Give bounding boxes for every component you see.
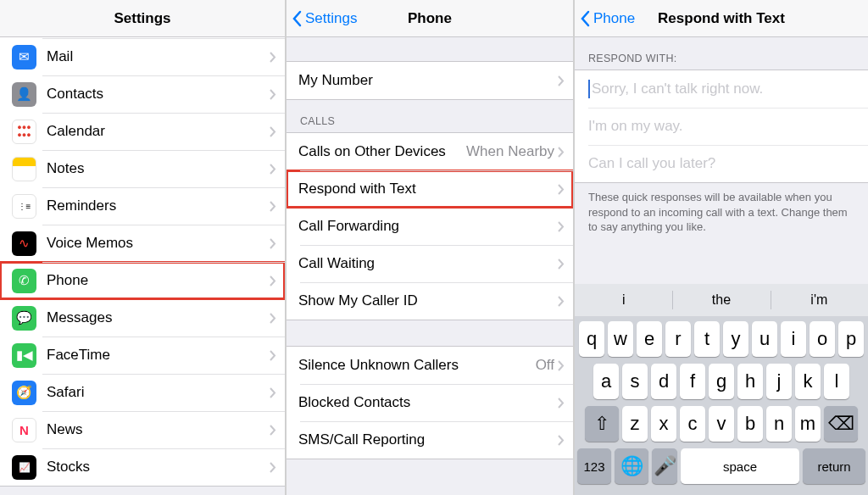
- calls-header: CALLS: [287, 100, 573, 132]
- keyboard: i the i'm q w e r t y u i o p a s d f: [575, 284, 868, 495]
- settings-row-passwords[interactable]: [0, 19, 285, 38]
- key-e[interactable]: e: [637, 321, 662, 357]
- calendar-icon: ●●●●●●: [12, 120, 36, 144]
- key-row-1: q w e r t y u i o p: [577, 321, 865, 357]
- row-calls-other-devices[interactable]: Calls on Other Devices When Nearby: [287, 133, 573, 170]
- response-input-3[interactable]: [588, 155, 854, 172]
- key-w[interactable]: w: [608, 321, 633, 357]
- chevron-right-icon: [270, 275, 276, 286]
- key-s[interactable]: s: [622, 364, 648, 399]
- row-silence-unknown[interactable]: Silence Unknown Callers Off: [287, 347, 573, 384]
- key-u[interactable]: u: [752, 321, 777, 357]
- suggestion-2[interactable]: the: [672, 284, 770, 316]
- settings-row-messages[interactable]: 💬 Messages: [0, 299, 285, 336]
- row-label: Show My Caller ID: [298, 292, 558, 309]
- key-l[interactable]: l: [824, 364, 849, 399]
- chevron-right-icon: [270, 387, 276, 398]
- key-mic[interactable]: 🎤: [652, 448, 677, 484]
- row-call-waiting[interactable]: Call Waiting: [287, 245, 573, 282]
- key-c[interactable]: c: [680, 406, 705, 442]
- respond-title: Respond with Text: [658, 10, 785, 27]
- settings-row-mail[interactable]: ✉︎ Mail: [0, 38, 285, 75]
- row-call-forwarding[interactable]: Call Forwarding: [287, 208, 573, 245]
- key-j[interactable]: j: [766, 364, 792, 399]
- response-input-2[interactable]: [588, 118, 854, 135]
- row-label: Silence Unknown Callers: [298, 357, 536, 374]
- chevron-right-icon: [558, 221, 565, 232]
- chevron-right-icon: [270, 164, 276, 175]
- settings-label: Notes: [47, 160, 270, 177]
- settings-row-safari[interactable]: 🧭 Safari: [0, 374, 285, 411]
- key-z[interactable]: z: [622, 406, 648, 442]
- settings-row-contacts[interactable]: 👤 Contacts: [0, 75, 285, 113]
- chevron-right-icon: [270, 350, 276, 361]
- settings-row-voice-memos[interactable]: ∿ Voice Memos: [0, 225, 285, 262]
- settings-row-calendar[interactable]: ●●●●●● Calendar: [0, 113, 285, 150]
- settings-row-reminders[interactable]: ⋮≡ Reminders: [0, 187, 285, 225]
- chevron-right-icon: [558, 435, 565, 446]
- row-my-number[interactable]: My Number: [287, 62, 573, 99]
- key-k[interactable]: k: [795, 364, 821, 399]
- response-input-1[interactable]: [592, 81, 854, 97]
- key-x[interactable]: x: [651, 406, 676, 442]
- key-g[interactable]: g: [709, 364, 734, 399]
- key-b[interactable]: b: [737, 406, 763, 442]
- suggestion-3[interactable]: i'm: [771, 284, 868, 316]
- chevron-right-icon: [270, 201, 276, 212]
- mic-icon: 🎤: [654, 455, 676, 477]
- response-field-1[interactable]: [575, 70, 868, 108]
- row-sms-call-reporting[interactable]: SMS/Call Reporting: [287, 421, 573, 459]
- back-to-settings-button[interactable]: Settings: [292, 10, 357, 27]
- key-t[interactable]: t: [694, 321, 720, 357]
- response-field-3[interactable]: [575, 145, 868, 182]
- key-backspace[interactable]: ⌫: [824, 406, 858, 442]
- phone-group-calls: Calls on Other Devices When Nearby Respo…: [287, 132, 573, 320]
- key-n[interactable]: n: [766, 406, 792, 442]
- key-h[interactable]: h: [737, 364, 763, 399]
- key-i[interactable]: i: [781, 321, 806, 357]
- row-label: Respond with Text: [298, 181, 558, 197]
- settings-row-facetime[interactable]: ▮◀ FaceTime: [0, 336, 285, 374]
- back-to-phone-button[interactable]: Phone: [580, 10, 635, 27]
- settings-row-news[interactable]: N News: [0, 411, 285, 448]
- key-d[interactable]: d: [651, 364, 676, 399]
- key-a[interactable]: a: [593, 364, 619, 399]
- key-v[interactable]: v: [709, 406, 734, 442]
- key-123[interactable]: 123: [577, 448, 611, 484]
- settings-row-stocks[interactable]: 📈 Stocks: [0, 448, 285, 486]
- chevron-right-icon: [558, 184, 565, 195]
- news-icon: N: [12, 418, 36, 442]
- chevron-right-icon: [558, 147, 565, 158]
- row-respond-with-text[interactable]: Respond with Text: [287, 170, 573, 208]
- chevron-right-icon: [558, 398, 565, 409]
- key-space[interactable]: space: [681, 448, 799, 484]
- phone-settings-panel: Settings Phone My Number CALLS Calls on …: [287, 0, 575, 495]
- chevron-right-icon: [270, 238, 276, 249]
- suggestion-1[interactable]: i: [575, 284, 672, 316]
- key-o[interactable]: o: [810, 321, 835, 357]
- settings-label: FaceTime: [47, 347, 270, 364]
- voice-memos-icon: ∿: [12, 231, 36, 256]
- chevron-right-icon: [270, 425, 276, 436]
- key-return[interactable]: return: [803, 448, 865, 484]
- row-blocked-contacts[interactable]: Blocked Contacts: [287, 384, 573, 421]
- chevron-right-icon: [270, 462, 276, 473]
- globe-icon: 🌐: [620, 455, 643, 477]
- chevron-right-icon: [270, 89, 276, 100]
- key-m[interactable]: m: [795, 406, 821, 442]
- key-row-4: 123 🌐 🎤 space return: [577, 448, 865, 484]
- settings-row-notes[interactable]: Notes: [0, 150, 285, 187]
- phone-group-3: Silence Unknown Callers Off Blocked Cont…: [287, 346, 573, 459]
- key-f[interactable]: f: [680, 364, 705, 399]
- response-field-2[interactable]: [575, 108, 868, 145]
- key-q[interactable]: q: [579, 321, 604, 357]
- key-p[interactable]: p: [838, 321, 864, 357]
- key-globe[interactable]: 🌐: [615, 448, 648, 484]
- key-y[interactable]: y: [723, 321, 748, 357]
- key-r[interactable]: r: [665, 321, 691, 357]
- settings-label: Safari: [47, 384, 270, 401]
- respond-footnote: These quick responses will be available …: [575, 183, 868, 242]
- key-shift[interactable]: ⇧: [585, 406, 619, 442]
- row-show-caller-id[interactable]: Show My Caller ID: [287, 282, 573, 320]
- settings-row-phone[interactable]: ✆ Phone: [0, 262, 285, 299]
